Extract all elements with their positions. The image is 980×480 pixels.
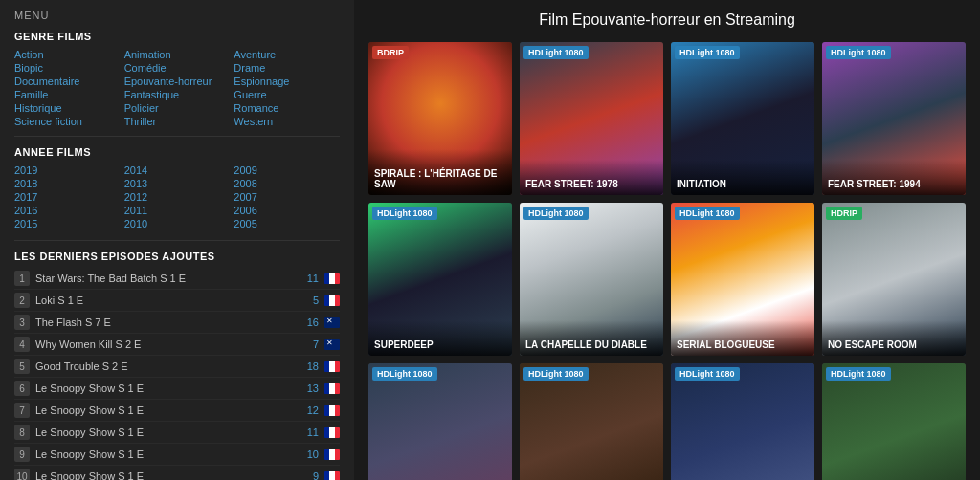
year-2013[interactable]: 2013 [124, 177, 231, 190]
episode-number-link[interactable]: 13 [307, 382, 319, 394]
episode-number: 5 [14, 359, 30, 374]
movie-badge: HDLight 1080 [675, 46, 740, 59]
genre-espionnage[interactable]: Espionnage [234, 75, 340, 88]
genre-col-1: Action Biopic Documentaire Famille Histo… [14, 48, 121, 128]
menu-label: MENU [14, 10, 340, 21]
movie-badge: HDLight 1080 [372, 207, 437, 220]
episode-number-link[interactable]: 7 [313, 338, 319, 350]
episode-title[interactable]: Why Women Kill S 2 E [35, 338, 307, 350]
genre-drame[interactable]: Drame [234, 61, 340, 75]
episode-title[interactable]: The Flash S 7 E [35, 316, 301, 328]
list-item[interactable]: 6Le Snoopy Show S 1 E 13 [14, 378, 340, 400]
list-item[interactable]: 3The Flash S 7 E 16 [14, 312, 340, 334]
table-row[interactable]: HDLight 1080 [671, 363, 814, 480]
episode-flag-icon [324, 471, 340, 481]
table-row[interactable]: HDLight 1080 [368, 363, 512, 480]
year-2009[interactable]: 2009 [234, 164, 340, 177]
episode-flag-icon [324, 339, 340, 350]
genre-policier[interactable]: Policier [124, 101, 231, 115]
movie-badge: HDLight 1080 [523, 207, 589, 220]
movie-poster: HDLight 1080INITIATION [671, 42, 814, 195]
movie-badge: HDLight 1080 [372, 367, 437, 381]
episode-title[interactable]: Le Snoopy Show S 1 E [35, 448, 301, 460]
episode-title[interactable]: Star Wars: The Bad Batch S 1 E [35, 273, 301, 284]
genre-comedie[interactable]: Comédie [124, 61, 231, 75]
episode-number-link[interactable]: 5 [313, 295, 319, 306]
genre-col-3: Aventure Drame Espionnage Guerre Romance… [234, 48, 340, 128]
episode-title[interactable]: Good Trouble S 2 E [35, 360, 301, 372]
list-item[interactable]: 1Star Wars: The Bad Batch S 1 E 11 [14, 268, 340, 290]
episode-number-link[interactable]: 16 [307, 316, 319, 328]
genre-fantastique[interactable]: Fantastique [124, 88, 231, 101]
table-row[interactable]: HDLight 1080FEAR STREET: 1978 [520, 42, 663, 195]
table-row[interactable]: HDLight 1080 [520, 363, 663, 480]
list-item[interactable]: 4Why Women Kill S 2 E 7 [14, 334, 340, 356]
year-2010[interactable]: 2010 [124, 217, 231, 230]
table-row[interactable]: HDRIPNO ESCAPE ROOM [822, 203, 966, 356]
year-2007[interactable]: 2007 [234, 190, 340, 204]
genre-biopic[interactable]: Biopic [14, 61, 121, 75]
episode-title[interactable]: Le Snoopy Show S 1 E [35, 404, 301, 416]
year-col-1: 2019 2018 2017 2016 2015 [14, 164, 121, 230]
list-item[interactable]: 10Le Snoopy Show S 1 E 9 [14, 466, 340, 480]
genre-science-fiction[interactable]: Science fiction [14, 115, 121, 128]
year-2019[interactable]: 2019 [14, 164, 121, 177]
year-2011[interactable]: 2011 [124, 204, 231, 217]
genre-action[interactable]: Action [14, 48, 121, 61]
year-2018[interactable]: 2018 [14, 177, 121, 190]
episodes-section-title: LES DERNIERS EPISODES AJOUTES [14, 251, 340, 262]
year-2017[interactable]: 2017 [14, 190, 121, 204]
year-2012[interactable]: 2012 [124, 190, 231, 204]
movie-poster: HDLight 1080 [520, 363, 663, 480]
episode-number-link[interactable]: 18 [307, 360, 319, 372]
table-row[interactable]: HDLight 1080FEAR STREET: 1994 [822, 42, 966, 195]
genre-documentaire[interactable]: Documentaire [14, 75, 121, 88]
movie-title: FEAR STREET: 1994 [822, 160, 966, 195]
list-item[interactable]: 5Good Trouble S 2 E 18 [14, 356, 340, 378]
year-2014[interactable]: 2014 [124, 164, 231, 177]
episode-flag-icon [324, 361, 340, 372]
table-row[interactable]: HDLight 1080SERIAL BLOGUEUSE [671, 203, 814, 356]
genre-romance[interactable]: Romance [234, 101, 340, 115]
episode-title[interactable]: Loki S 1 E [35, 295, 307, 306]
episode-number-link[interactable]: 12 [307, 404, 319, 416]
genre-animation[interactable]: Animation [124, 48, 231, 61]
genre-guerre[interactable]: Guerre [234, 88, 340, 101]
movie-title: SPIRALE : L'HÉRITAGE DE SAW [368, 149, 512, 195]
genre-western[interactable]: Western [234, 115, 340, 128]
episode-number-link[interactable]: 11 [307, 273, 319, 284]
table-row[interactable]: HDLight 1080LA CHAPELLE DU DIABLE [520, 203, 663, 356]
episode-number: 2 [14, 293, 30, 308]
list-item[interactable]: 7Le Snoopy Show S 1 E 12 [14, 400, 340, 422]
genre-historique[interactable]: Historique [14, 101, 121, 115]
episode-title[interactable]: Le Snoopy Show S 1 E [35, 426, 301, 438]
genre-section-title: GENRE FILMS [14, 31, 340, 42]
genre-epouvante[interactable]: Epouvante-horreur [124, 75, 231, 88]
year-2016[interactable]: 2016 [14, 204, 121, 217]
year-2005[interactable]: 2005 [234, 217, 340, 230]
table-row[interactable]: HDLight 1080SUPERDEEP [368, 203, 512, 356]
movie-title: SUPERDEEP [368, 320, 512, 356]
table-row[interactable]: HDLight 1080 [822, 363, 966, 480]
list-item[interactable]: 9Le Snoopy Show S 1 E 10 [14, 444, 340, 466]
year-2006[interactable]: 2006 [234, 204, 340, 217]
episode-title[interactable]: Le Snoopy Show S 1 E [35, 382, 301, 394]
year-2008[interactable]: 2008 [234, 177, 340, 190]
table-row[interactable]: HDLight 1080INITIATION [671, 42, 814, 195]
episode-number-link[interactable]: 9 [313, 470, 319, 480]
genre-thriller[interactable]: Thriller [124, 115, 231, 128]
movie-badge: HDRIP [826, 207, 862, 220]
genre-aventure[interactable]: Aventure [234, 48, 340, 61]
table-row[interactable]: BDRIPSPIRALE : L'HÉRITAGE DE SAW [368, 42, 512, 195]
genre-famille[interactable]: Famille [14, 88, 121, 101]
list-item[interactable]: 8Le Snoopy Show S 1 E 11 [14, 422, 340, 444]
episode-number-link[interactable]: 10 [307, 448, 319, 460]
movie-poster: HDRIPNO ESCAPE ROOM [822, 203, 966, 356]
movie-title: SERIAL BLOGUEUSE [671, 320, 814, 356]
episode-number: 8 [14, 425, 30, 440]
year-2015[interactable]: 2015 [14, 217, 121, 230]
episode-title[interactable]: Le Snoopy Show S 1 E [35, 470, 307, 480]
movie-poster: HDLight 1080LA CHAPELLE DU DIABLE [520, 203, 663, 356]
episode-number-link[interactable]: 11 [307, 426, 319, 438]
list-item[interactable]: 2Loki S 1 E 5 [14, 290, 340, 312]
